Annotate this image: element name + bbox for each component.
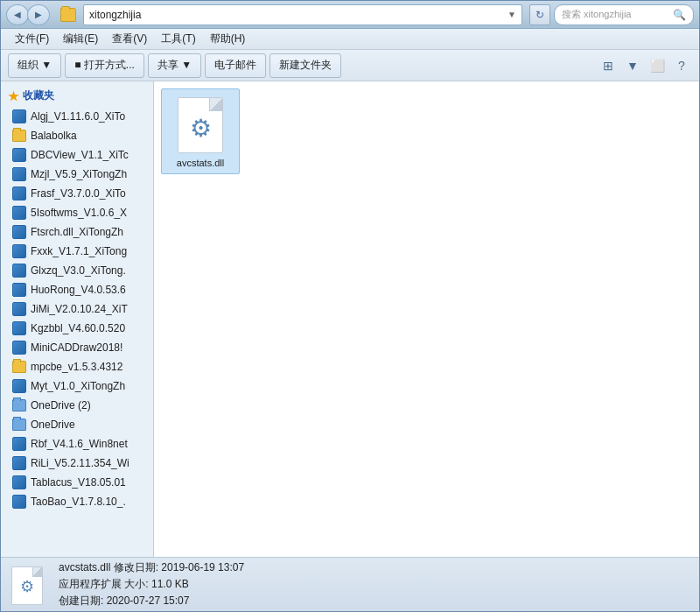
folder-icon-mpcbe [11,360,27,374]
app-icon-taobao [11,495,27,509]
menu-bar: 文件(F) 编辑(E) 查看(V) 工具(T) 帮助(H) [1,29,699,50]
app-icon-fxxk [11,244,27,258]
star-icon: ★ [8,89,19,103]
address-dropdown-arrow[interactable]: ▼ [508,10,516,19]
title-bar-left: ◀ ▶ xitongzhijia ▼ ↻ [6,4,550,25]
sidebar-item-label-balabolka: Balabolka [31,130,77,142]
sidebar-item-balabolka[interactable]: Balabolka [1,126,153,145]
sidebar-item-label-dbcview: DBCView_V1.1_XiTc [31,149,129,161]
organize-button[interactable]: 组织 ▼ [8,53,61,78]
sidebar-item-kgzbbl[interactable]: Kgzbbl_V4.60.0.520 [1,319,153,338]
folder-icon-onedrive [11,418,27,432]
favorites-section: ★ 收藏夹 Algj_V1.11.6.0_XiTo Balabolka DBCV… [1,81,153,515]
folder-icon-balabolka [11,129,27,143]
folder-icon-onedrive2 [11,398,27,412]
favorites-header[interactable]: ★ 收藏夹 [1,85,153,107]
back-button[interactable]: ◀ [6,4,29,25]
search-placeholder: 搜索 xitongzhijia [562,8,673,21]
open-with-button[interactable]: ■ 打开方式... [65,53,144,78]
app-icon-minicad [11,341,27,355]
view-down-button[interactable]: ▼ [622,55,643,76]
help-button[interactable]: ? [671,55,692,76]
sidebar-item-mpcbe[interactable]: mpcbe_v1.5.3.4312 [1,357,153,376]
sidebar-item-label-minicad: MiniCADDraw2018! [31,341,122,354]
sidebar-item-taobao[interactable]: TaoBao_V1.7.8.10_. [1,492,153,511]
app-icon-myt [11,379,27,393]
sidebar-item-rbf[interactable]: Rbf_V4.1.6_Win8net [1,434,153,454]
sidebar-item-dbcview[interactable]: DBCView_V1.1_XiTc [1,145,153,165]
sidebar-item-label-huorong: HuoRong_V4.0.53.6 [31,284,126,296]
sidebar-item-5isoftwms[interactable]: 5Isoftwms_V1.0.6_X [1,203,153,222]
file-icon-large: ⚙ [174,95,227,156]
address-bar[interactable]: xitongzhijia ▼ [83,4,522,25]
status-file-icon: ⚙ [11,566,48,603]
sidebar-item-huorong[interactable]: HuoRong_V4.0.53.6 [1,280,153,299]
sidebar-item-label-taobao: TaoBao_V1.7.8.10_. [31,496,126,508]
app-icon-rbf [11,437,27,451]
app-icon-frasf [11,186,27,200]
content-area[interactable]: ⚙ avcstats.dll [154,81,699,557]
sidebar-item-onedrive2[interactable]: OneDrive (2) [1,396,153,415]
status-gear-icon: ⚙ [20,577,34,596]
refresh-button[interactable]: ↻ [529,4,550,25]
sidebar-item-myt[interactable]: Myt_V1.0_XiTongZh [1,376,153,396]
sidebar-item-rili[interactable]: RiLi_V5.2.11.354_Wi [1,454,153,473]
sidebar-item-glxzq[interactable]: Glxzq_V3.0_XiTong. [1,261,153,280]
share-button[interactable]: 共享 ▼ [148,53,201,78]
sidebar-item-minicad[interactable]: MiniCADDraw2018! [1,338,153,357]
sidebar-item-label-frasf: Frasf_V3.7.0.0_XiTo [31,187,126,200]
sidebar-item-ftsrch[interactable]: Ftsrch.dll_XiTongZh [1,222,153,242]
sidebar-item-jimi[interactable]: JiMi_V2.0.10.24_XiT [1,299,153,319]
sidebar-item-frasf[interactable]: Frasf_V3.7.0.0_XiTo [1,184,153,203]
dll-page-icon: ⚙ [178,97,223,153]
search-bar[interactable]: 搜索 xitongzhijia 🔍 [554,4,694,25]
sidebar-item-label-rbf: Rbf_V4.1.6_Win8net [31,438,128,450]
sidebar-item-label-mzjl: Mzjl_V5.9_XiTongZh [31,168,127,180]
menu-tools[interactable]: 工具(T) [154,30,202,48]
app-icon-ftsrch [11,225,27,239]
app-icon-rili [11,456,27,470]
sidebar-item-label-5isoftwms: 5Isoftwms_V1.0.6_X [31,207,127,219]
sidebar-item-label-glxzq: Glxzq_V3.0_XiTong. [31,264,126,277]
main-area: ★ 收藏夹 Algj_V1.11.6.0_XiTo Balabolka DBCV… [1,81,699,557]
file-item-avcstats[interactable]: ⚙ avcstats.dll [161,88,240,174]
menu-view[interactable]: 查看(V) [105,30,154,48]
title-bar: ◀ ▶ xitongzhijia ▼ ↻ 搜索 xitongzhijia 🔍 [1,1,699,29]
sidebar-item-tablacus[interactable]: Tablacus_V18.05.01 [1,473,153,492]
sidebar-item-label-jimi: JiMi_V2.0.10.24_XiT [31,303,128,315]
menu-edit[interactable]: 编辑(E) [56,30,105,48]
sidebar-item-algj[interactable]: Algj_V1.11.6.0_XiTo [1,107,153,126]
sidebar-item-label-rili: RiLi_V5.2.11.354_Wi [31,457,130,469]
app-icon-jimi [11,302,27,316]
sidebar-item-label-myt: Myt_V1.0_XiTongZh [31,380,125,392]
sidebar-item-label-tablacus: Tablacus_V18.05.01 [31,476,126,489]
toolbar: 组织 ▼ ■ 打开方式... 共享 ▼ 电子邮件 新建文件夹 ⊞ ▼ ⬜ ? [1,50,699,81]
sidebar: ★ 收藏夹 Algj_V1.11.6.0_XiTo Balabolka DBCV… [1,81,154,557]
new-folder-button[interactable]: 新建文件夹 [270,53,341,78]
status-dll-page: ⚙ [11,566,43,605]
view-split-button[interactable]: ⬜ [647,55,668,76]
view-icon-button[interactable]: ⊞ [598,55,619,76]
menu-help[interactable]: 帮助(H) [203,30,253,48]
menu-file[interactable]: 文件(F) [8,30,56,48]
sidebar-item-mzjl[interactable]: Mzjl_V5.9_XiTongZh [1,165,153,184]
nav-buttons: ◀ ▶ [6,4,50,25]
gear-icon: ⚙ [190,114,212,143]
toolbar-right: ⊞ ▼ ⬜ ? [598,55,692,76]
sidebar-item-fxxk[interactable]: Fxxk_V1.7.1_XiTong [1,242,153,261]
email-button[interactable]: 电子邮件 [205,53,266,78]
sidebar-item-label-kgzbbl: Kgzbbl_V4.60.0.520 [31,322,125,334]
sidebar-item-label-algj: Algj_V1.11.6.0_XiTo [31,110,125,123]
forward-button[interactable]: ▶ [27,4,50,25]
app-icon-dbcview [11,148,27,162]
sidebar-item-label-fxxk: Fxxk_V1.7.1_XiTong [31,245,127,257]
folder-icon [60,8,76,22]
sidebar-item-onedrive[interactable]: OneDrive [1,415,153,434]
app-icon-5isoftwms [11,206,27,220]
app-icon-kgzbbl [11,321,27,335]
favorites-label: 收藏夹 [23,88,54,103]
app-icon-mzjl [11,167,27,181]
address-text: xitongzhijia [89,9,141,21]
search-icon[interactable]: 🔍 [673,9,686,21]
app-icon-algj [11,109,27,123]
